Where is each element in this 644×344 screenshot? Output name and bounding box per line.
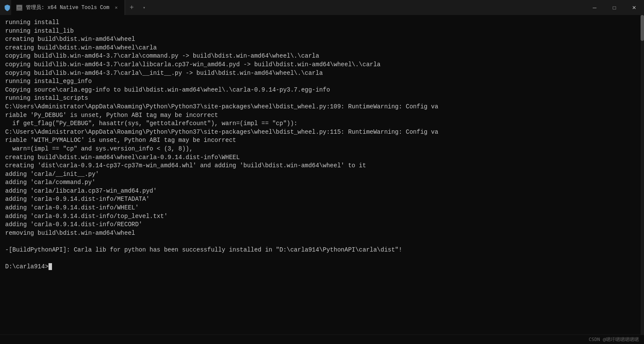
terminal-line: C:\Users\Administrator\AppData\Roaming\P… bbox=[5, 128, 639, 137]
bottom-bar: CSDN @嗯吁嗯嗯嗯嗯嗯 bbox=[0, 335, 644, 344]
terminal-line: adding 'carla-0.9.14.dist-info/RECORD' bbox=[5, 221, 639, 229]
active-tab[interactable]: 管理员: x64 Native Tools Com ✕ bbox=[11, 0, 125, 15]
terminal-line: D:\carla914> bbox=[5, 263, 639, 271]
terminal-line: Copying source\carla.egg-info to build\b… bbox=[5, 86, 639, 95]
terminal-line: C:\Users\Administrator\AppData\Roaming\P… bbox=[5, 103, 639, 111]
terminal-line: creating 'dist\carla-0.9.14-cp37-cp37m-w… bbox=[5, 162, 639, 170]
close-button[interactable]: ✕ bbox=[624, 0, 644, 15]
tab-close-button[interactable]: ✕ bbox=[113, 4, 119, 11]
terminal-cursor bbox=[49, 263, 52, 270]
terminal-line: running install_scripts bbox=[5, 94, 639, 103]
tab-icon bbox=[16, 5, 22, 11]
terminal-line: adding 'carla-0.9.14.dist-info/METADATA' bbox=[5, 195, 639, 204]
tab-dropdown-button[interactable]: ▾ bbox=[138, 0, 150, 15]
terminal-line bbox=[5, 255, 639, 263]
terminal-line: adding 'carla-0.9.14.dist-info/top_level… bbox=[5, 212, 639, 221]
terminal-line: adding 'carla/command.py' bbox=[5, 178, 639, 187]
terminal-output[interactable]: running installrunning install_libcreati… bbox=[0, 15, 644, 335]
scrollbar-thumb[interactable] bbox=[641, 15, 644, 41]
terminal-line: running install_egg_info bbox=[5, 77, 639, 86]
terminal-line bbox=[5, 237, 639, 246]
terminal-line: adding 'carla/__init__.py' bbox=[5, 170, 639, 179]
terminal-line: creating build\bdist.win-amd64\wheel\car… bbox=[5, 154, 639, 162]
terminal-line: riable 'WITH_PYMALLOC' is unset, Python … bbox=[5, 136, 639, 145]
scrollbar[interactable] bbox=[641, 15, 644, 335]
svg-rect-0 bbox=[17, 6, 21, 9]
terminal-line: if get_flag("Py_DEBUG", hasattr(sys, "ge… bbox=[5, 120, 639, 128]
terminal-line: removing build\bdist.win-amd64\wheel bbox=[5, 229, 639, 238]
terminal-line: running install bbox=[5, 18, 639, 27]
attribution-text: CSDN @嗯吁嗯嗯嗯嗯嗯 bbox=[589, 336, 639, 343]
terminal-line: adding 'carla/libcarla.cp37-win_amd64.py… bbox=[5, 187, 639, 196]
terminal-line: creating build\bdist.win-amd64\wheel bbox=[5, 35, 639, 44]
terminal-line: riable 'Py_DEBUG' is unset, Python ABI t… bbox=[5, 111, 639, 120]
terminal-line: -[BuildPythonAPI]: Carla lib for python … bbox=[5, 246, 639, 255]
maximize-button[interactable]: □ bbox=[604, 0, 624, 15]
titlebar-left bbox=[3, 4, 11, 12]
titlebar: 管理员: x64 Native Tools Com ✕ + ▾ ─ □ ✕ bbox=[0, 0, 644, 15]
terminal-line: copying build\lib.win-amd64-3.7\carla\li… bbox=[5, 61, 639, 69]
terminal-line: copying build\lib.win-amd64-3.7\carla\co… bbox=[5, 52, 639, 61]
terminal-window: 管理员: x64 Native Tools Com ✕ + ▾ ─ □ ✕ ru… bbox=[0, 0, 644, 344]
tab-label: 管理员: x64 Native Tools Com bbox=[26, 4, 109, 11]
titlebar-controls: ─ □ ✕ bbox=[585, 0, 644, 15]
terminal-line: running install_lib bbox=[5, 27, 639, 36]
terminal-line: copying build\lib.win-amd64-3.7\carla\__… bbox=[5, 69, 639, 78]
new-tab-button[interactable]: + bbox=[125, 0, 138, 15]
minimize-button[interactable]: ─ bbox=[585, 0, 604, 15]
terminal-line: creating build\bdist.win-amd64\wheel\car… bbox=[5, 44, 639, 52]
terminal-line: warn=(impl == "cp" and sys.version_info … bbox=[5, 145, 639, 154]
window-icon bbox=[3, 4, 11, 12]
terminal-line: adding 'carla-0.9.14.dist-info/WHEEL' bbox=[5, 204, 639, 212]
tab-bar: 管理员: x64 Native Tools Com ✕ + ▾ bbox=[11, 0, 585, 15]
